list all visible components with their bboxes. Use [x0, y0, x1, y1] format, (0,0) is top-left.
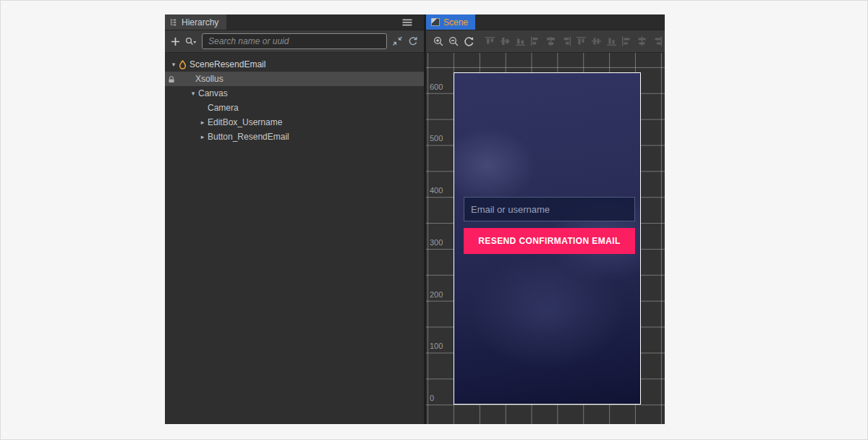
canvas-preview[interactable]: RESEND CONFIRMATION EMAIL	[454, 72, 641, 405]
ruler-label: 0	[430, 394, 434, 402]
align-top-icon	[485, 36, 495, 46]
tree-node-label: Canvas	[198, 88, 228, 98]
align-v-center-icon	[500, 36, 511, 46]
tree-node-Camera[interactable]: Camera	[165, 101, 424, 115]
tree-node-Xsollus[interactable]: Xsollus	[165, 72, 424, 86]
tree-node-SceneResendEmail[interactable]: ▾SceneResendEmail	[165, 57, 424, 72]
resend-confirmation-email-button[interactable]: RESEND CONFIRMATION EMAIL	[464, 228, 635, 254]
align-h-center-icon	[545, 36, 556, 46]
tree-node-label: Button_ResendEmail	[208, 132, 289, 142]
tree-node-label: Camera	[208, 103, 239, 113]
refresh-icon[interactable]	[408, 36, 418, 46]
distribute-left-icon	[621, 36, 632, 46]
hierarchy-tabbar: Hierarchy	[165, 14, 424, 30]
tabbar-spacer	[226, 14, 399, 30]
ruler-label: 300	[430, 238, 443, 247]
hierarchy-panel: Hierarchy ▾SceneResendEmailXsollus▾Canva…	[165, 14, 424, 424]
tabbar-spacer	[475, 14, 665, 30]
scene-align-tools	[485, 36, 663, 46]
scene-tabbar: Scene	[426, 14, 665, 30]
caret-down-icon[interactable]: ▾	[169, 57, 179, 72]
tree-node-Button_ResendEmail[interactable]: ▸Button_ResendEmail	[165, 130, 424, 144]
scene-toolbar	[426, 30, 665, 53]
align-right-icon	[561, 36, 571, 46]
tree-node-label: Xsollus	[195, 74, 224, 84]
align-left-icon	[530, 36, 541, 46]
hamburger-menu-icon	[402, 19, 412, 26]
hierarchy-tree: ▾SceneResendEmailXsollus▾CanvasCamera▸Ed…	[165, 53, 424, 424]
flame-icon	[179, 60, 187, 69]
caret-right-icon[interactable]: ▸	[197, 130, 208, 144]
add-node-icon[interactable]	[171, 37, 180, 46]
ruler-label: 500	[430, 134, 443, 143]
hierarchy-tree-icon	[169, 18, 178, 27]
distribute-top-icon	[576, 36, 587, 46]
tree-node-EditBox_Username[interactable]: ▸EditBox_Username	[165, 115, 424, 130]
distribute-v-center-icon	[591, 36, 602, 46]
tree-node-Canvas[interactable]: ▾Canvas	[165, 86, 424, 101]
caret-right-icon[interactable]: ▸	[197, 115, 208, 130]
ruler-label: 400	[430, 186, 443, 195]
lock-icon[interactable]	[168, 75, 175, 85]
scene-thumbnail-icon	[431, 18, 440, 26]
ruler-label: 100	[430, 342, 443, 350]
ruler-label: 200	[430, 290, 443, 299]
reset-view-icon[interactable]	[464, 36, 474, 47]
search-filter-icon[interactable]	[185, 37, 197, 46]
scene-viewport[interactable]: RESEND CONFIRMATION EMAIL 60050040030020…	[426, 53, 665, 424]
tree-node-label: EditBox_Username	[208, 117, 282, 127]
tab-scene[interactable]: Scene	[426, 14, 475, 30]
align-bottom-icon	[515, 36, 526, 46]
tree-node-label: SceneResendEmail	[190, 59, 265, 69]
distribute-h-center-icon	[637, 36, 647, 46]
hierarchy-toolbar	[165, 30, 424, 53]
collapse-all-icon[interactable]	[392, 36, 403, 46]
scene-panel: Scene RESEND CONFIRMATION EMAIL 60050040…	[426, 14, 665, 424]
ruler-label: 600	[430, 82, 443, 91]
email-username-field[interactable]	[464, 197, 635, 221]
scene-view-tools	[433, 36, 474, 47]
zoom-in-icon[interactable]	[433, 36, 444, 47]
editor-window: Hierarchy ▾SceneResendEmailXsollus▾Canva…	[165, 14, 665, 424]
zoom-out-icon[interactable]	[448, 36, 459, 47]
hierarchy-tab-label: Hierarchy	[182, 17, 218, 28]
distribute-right-icon	[652, 36, 663, 46]
distribute-bottom-icon	[606, 36, 617, 46]
tab-hierarchy[interactable]: Hierarchy	[165, 14, 226, 30]
search-input[interactable]	[202, 33, 387, 49]
scene-tab-label: Scene	[443, 17, 468, 28]
caret-down-icon[interactable]: ▾	[188, 86, 198, 101]
hierarchy-menu-button[interactable]	[399, 14, 415, 30]
